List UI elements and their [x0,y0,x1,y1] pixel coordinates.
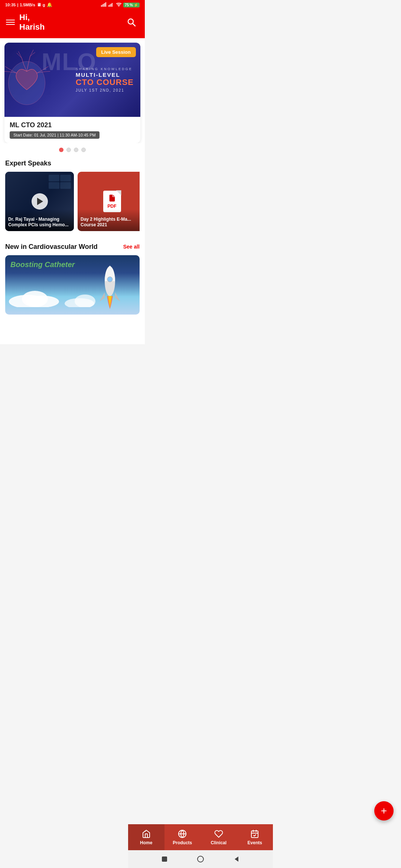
expert-speaks-title: Expert Speaks [5,160,51,167]
play-triangle-icon [37,198,43,205]
dot-2[interactable] [66,148,71,152]
status-bar: 10:35 | 1.5MB/s 🖥 g 🔔 [0,0,145,10]
cardiovascular-image[interactable]: Boosting Catheter [5,255,140,315]
hamburger-line [6,24,15,25]
greeting-text: Hi, Harish [19,13,124,32]
status-left: 10:35 | 1.5MB/s 🖥 g 🔔 [5,2,52,7]
bell-icon: 🔔 [47,2,52,7]
dot-3[interactable] [74,148,78,152]
wifi-icon [116,2,122,7]
expert-cards-row: Dr. Raj Tayal - Managing Complex PCIs us… [5,172,140,234]
svg-rect-2 [103,4,104,7]
carousel-card[interactable]: SHARING KNOWLEDGE MULTI-LEVEL CTO COURSE… [4,43,140,143]
dot-1[interactable] [59,148,63,152]
svg-rect-4 [105,2,106,7]
g-icon: g [43,3,45,7]
svg-rect-3 [104,3,105,7]
svg-rect-0 [101,5,102,7]
pdf-text-label: PDF [108,204,117,209]
play-button[interactable] [32,193,48,210]
signal-icon [101,2,107,7]
svg-rect-1 [102,4,103,7]
separator: | [17,3,18,7]
header-greeting: Hi, Harish [15,13,124,32]
charging-icon: ⚡ [134,3,138,7]
header: Hi, Harish [0,10,145,38]
battery-level: 75 [125,3,129,7]
svg-rect-5 [108,5,109,7]
expert-speaks-section: Expert Speaks Dr. Raj Tayal - Managing C… [0,157,145,234]
svg-rect-8 [112,3,113,7]
status-right: 75 % ⚡ [101,2,140,7]
main-content: SHARING KNOWLEDGE MULTI-LEVEL CTO COURSE… [0,38,145,344]
battery-percent: % [130,3,133,7]
carousel-image: SHARING KNOWLEDGE MULTI-LEVEL CTO COURSE… [4,43,140,117]
cardiovascular-header: New in Cardiovascular World See all [5,243,140,251]
expert-speaks-header: Expert Speaks [5,160,140,167]
svg-point-15 [26,296,59,307]
live-session-badge: Live Session [96,47,136,57]
search-button[interactable] [124,15,139,30]
screen-icon: 🖥 [37,2,41,7]
dot-4[interactable] [81,148,86,152]
carousel-event-title: ML CTO 2021 [10,121,135,129]
carousel-wrapper: SHARING KNOWLEDGE MULTI-LEVEL CTO COURSE… [0,38,145,143]
cto-course-text: CTO COURSE [76,78,134,87]
svg-rect-7 [111,4,111,7]
carousel-dots [0,143,145,157]
expert-card-video[interactable]: Dr. Raj Tayal - Managing Complex PCIs us… [5,172,74,231]
speed: 1.5MB/s [20,3,35,7]
carousel-info: ML CTO 2021 Start Date: 01 Jul, 2021 | 1… [4,117,140,143]
cardiovascular-title: New in Cardiovascular World [5,243,98,251]
hamburger-line [6,22,15,23]
pdf-card-label: Day 2 Highlights E-Ma... Course 2021 [78,209,140,231]
cardiovascular-section: New in Cardiovascular World See all Boos… [0,240,145,315]
svg-rect-6 [110,4,110,7]
date-range-text: JULY 1ST 2ND, 2021 [76,88,134,92]
time: 10:35 [5,3,16,7]
boosting-text: Boosting Catheter [10,260,75,269]
svg-point-17 [75,295,95,307]
svg-point-9 [118,6,119,7]
carousel-event-date: Start Date: 01 Jul, 2021 | 11:30 AM-10:4… [10,131,100,139]
video-screenshot [49,175,71,189]
video-card-label: Dr. Raj Tayal - Managing Complex PCIs us… [5,209,74,231]
svg-point-19 [107,277,113,282]
mlo-bg-text: MLO [42,50,97,74]
hamburger-menu[interactable] [6,20,15,25]
see-all-button[interactable]: See all [123,244,140,250]
battery-indicator: 75 % ⚡ [123,3,140,7]
hamburger-line [6,20,15,20]
rocket-svg [99,263,121,311]
signal2-icon [108,2,114,7]
expert-card-pdf[interactable]: PDF Day 2 Highlights E-Ma... Course 2021 [78,172,140,231]
svg-line-11 [133,24,136,26]
